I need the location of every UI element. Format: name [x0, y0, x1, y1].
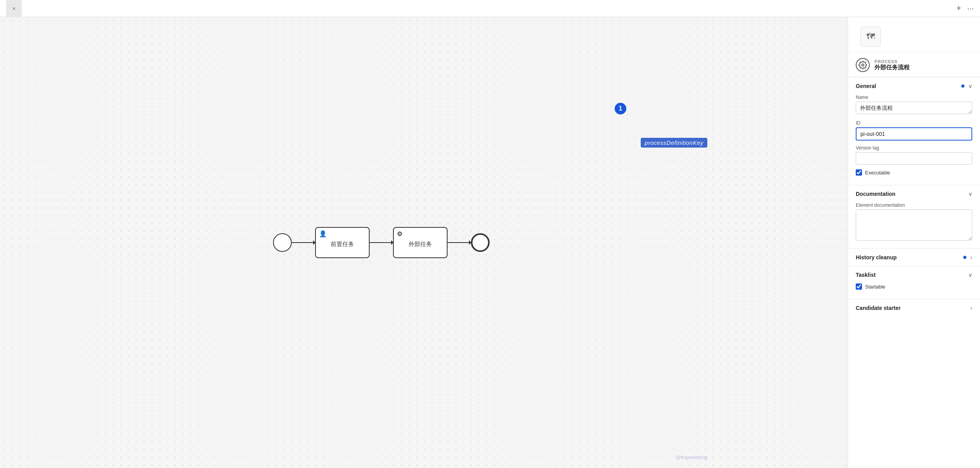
documentation-section: Documentation ∨ Element documentation: [848, 185, 980, 248]
tasklist-section: Tasklist ∨ Startable: [848, 266, 980, 299]
general-dot: [961, 84, 964, 88]
candidate-starter-title: Candidate starter: [856, 305, 901, 311]
general-section-title: General: [856, 83, 876, 89]
element-doc-textarea[interactable]: [856, 209, 972, 241]
step-badge: 1: [615, 103, 626, 114]
startable-row: Startable: [856, 283, 972, 290]
watermark: @trayvontang: [676, 454, 707, 460]
tasklist-section-title: Tasklist: [856, 272, 876, 278]
right-panel: 🗺 PROCESS 外部任务流程 General ∨: [848, 17, 980, 468]
panel-header-type: PROCESS: [874, 59, 972, 64]
top-bar: × + ···: [0, 0, 980, 17]
task-external-icon: ⚙: [397, 230, 402, 238]
history-cleanup-title: History cleanup: [856, 254, 897, 260]
top-bar-actions: + ···: [957, 4, 974, 13]
sequence-flow-3: [448, 242, 471, 243]
documentation-chevron: ∨: [968, 191, 972, 197]
documentation-section-title: Documentation: [856, 191, 895, 197]
start-event[interactable]: [273, 233, 292, 252]
id-label: ID: [856, 120, 972, 126]
task-external[interactable]: ⚙ 外部任务: [393, 227, 448, 258]
task-external-label: 外部任务: [409, 241, 432, 248]
sequence-flow-1: [292, 242, 315, 243]
startable-checkbox[interactable]: [856, 283, 862, 290]
documentation-section-header[interactable]: Documentation ∨: [848, 185, 980, 202]
general-chevron: ∨: [968, 83, 972, 89]
documentation-section-body: Element documentation: [848, 202, 980, 248]
end-event[interactable]: [471, 233, 490, 252]
sequence-flow-2: [370, 242, 393, 243]
id-input[interactable]: [856, 127, 972, 141]
bpmn-canvas[interactable]: 1 👤 前置任务 ⚙ 外部任务: [0, 17, 848, 468]
tasklist-chevron: ∨: [968, 272, 972, 278]
name-input[interactable]: [856, 102, 972, 114]
candidate-starter-chevron: ›: [970, 305, 972, 311]
tab-item[interactable]: ×: [6, 0, 22, 17]
general-section: General ∨ Name ID Version tag Executable: [848, 77, 980, 185]
history-cleanup-section[interactable]: History cleanup ›: [848, 248, 980, 266]
tab-close-icon[interactable]: ×: [11, 5, 17, 12]
svg-point-0: [862, 64, 864, 66]
tasklist-section-header[interactable]: Tasklist ∨: [848, 266, 980, 283]
panel-header-meta: PROCESS 外部任务流程: [874, 59, 972, 71]
startable-label: Startable: [865, 284, 885, 290]
bpmn-flow: 👤 前置任务 ⚙ 外部任务: [273, 227, 490, 258]
executable-checkbox[interactable]: [856, 169, 862, 176]
history-cleanup-chevron: ›: [970, 254, 972, 260]
panel-top: 🗺: [848, 17, 980, 52]
process-icon: [856, 58, 870, 72]
tasklist-body: Startable: [848, 283, 980, 299]
history-cleanup-right: ›: [963, 254, 972, 260]
main-layout: 1 👤 前置任务 ⚙ 外部任务: [0, 17, 980, 468]
general-section-header[interactable]: General ∨: [848, 77, 980, 95]
add-button[interactable]: +: [957, 4, 961, 13]
version-tag-label: Version tag: [856, 145, 972, 151]
element-doc-label: Element documentation: [856, 202, 972, 208]
tab-bar: ×: [6, 0, 22, 17]
version-tag-input[interactable]: [856, 152, 972, 165]
task-pre[interactable]: 👤 前置任务: [315, 227, 370, 258]
history-cleanup-dot: [963, 256, 966, 259]
panel-header: PROCESS 外部任务流程: [848, 52, 980, 77]
executable-label: Executable: [865, 170, 890, 176]
name-label: Name: [856, 95, 972, 100]
autocomplete-tooltip: processDefinitionKey: [641, 138, 707, 148]
general-section-body: Name ID Version tag Executable: [848, 95, 980, 185]
more-button[interactable]: ···: [967, 4, 974, 13]
bpmn-diagram: 👤 前置任务 ⚙ 外部任务: [273, 227, 490, 258]
panel-header-name: 外部任务流程: [874, 64, 972, 71]
task-pre-label: 前置任务: [331, 241, 354, 248]
executable-row: Executable: [856, 169, 972, 176]
general-header-right: ∨: [961, 83, 972, 89]
minimap-button[interactable]: 🗺: [860, 26, 881, 47]
candidate-starter-section[interactable]: Candidate starter ›: [848, 299, 980, 317]
task-pre-icon: 👤: [319, 230, 327, 238]
